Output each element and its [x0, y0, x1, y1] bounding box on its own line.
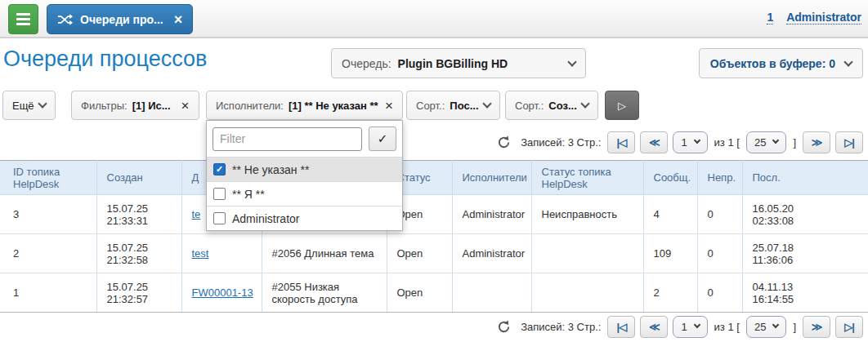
page-size-select[interactable]: 25 [746, 316, 786, 338]
last-page-button[interactable]: ▷| [835, 131, 863, 153]
sort2-value: Соз... [548, 100, 576, 112]
tab-process-queues[interactable]: Очереди про... × [47, 4, 193, 34]
cell-status: Open [387, 273, 452, 313]
filters-clear-icon[interactable]: × [181, 99, 190, 113]
executors-clear-icon[interactable]: × [385, 99, 393, 113]
refresh-button[interactable] [497, 320, 511, 334]
chevron-down-icon [843, 57, 852, 66]
queue-select-label: Очередь: [342, 57, 391, 70]
dropdown-apply-button[interactable]: ✓ [369, 127, 396, 151]
main-menu-button[interactable] [8, 4, 38, 34]
current-user-link[interactable]: Administrator [786, 11, 861, 24]
cell-status: Open [387, 234, 452, 273]
cell-topic: #2055 Низкая скорость доступа [262, 273, 387, 313]
table-header-row: ID топика HelpDesk Создан Д Статус Испол… [0, 161, 868, 195]
contract-link[interactable]: test [192, 247, 209, 260]
dropdown-item-me[interactable]: ** Я ** [207, 181, 402, 206]
table-row[interactable]: 2 15.07.25 21:32:58 test #2056 Длинная т… [0, 234, 868, 273]
table-row[interactable]: 1 15.07.25 21:32:57 FW00001-13 #2055 Низ… [0, 273, 868, 313]
cell-id: 2 [0, 234, 96, 273]
cell-hd-status [531, 234, 643, 273]
refresh-button[interactable] [497, 135, 511, 149]
refresh-icon [497, 135, 511, 149]
buffer-objects-button[interactable]: Объектов в буфере: 0 [699, 48, 863, 78]
executors-chip[interactable]: Исполнители: [1] ** Не указан ** × [206, 91, 403, 120]
sort1-value: Пос... [450, 100, 478, 112]
dropdown-item-label: ** Не указан ** [232, 163, 309, 176]
prev-page-button[interactable]: ≪ [640, 131, 668, 153]
bracket-close: ] [793, 321, 796, 333]
chevron-down-icon [693, 322, 700, 328]
page-size-value: 25 [754, 321, 766, 333]
tab-label: Очереди про... [80, 13, 163, 26]
col-header-messages: Сообщ. [643, 161, 697, 195]
cell-created: 15.07.25 21:32:57 [96, 273, 181, 313]
chevron-down-icon [567, 57, 576, 66]
dropdown-filter-row: ✓ [207, 121, 402, 157]
chevron-down-icon [693, 137, 700, 144]
sort2-label: Сорт.: [515, 100, 544, 112]
tab-bar: Очереди про... × 1 Administrator [0, 0, 868, 38]
page-number-select[interactable]: 1 [673, 316, 707, 338]
page-of-label: из 1 [ [714, 321, 740, 333]
cell-messages: 109 [643, 234, 697, 273]
last-page-button[interactable]: ▷| [835, 316, 863, 338]
dropdown-filter-input[interactable] [213, 127, 362, 151]
cell-unread: 0 [697, 273, 742, 313]
pagination-top: Записей: 3 Стр.: |◁ ≪ 1 из 1 [ 25 ] ≫ ▷| [497, 130, 863, 154]
table-row[interactable]: 3 15.07.25 21:33:31 te Open Administrato… [0, 195, 868, 234]
sort-select-2[interactable]: Сорт.: Соз... [505, 91, 598, 120]
checkbox-unchecked-icon[interactable] [213, 188, 226, 200]
executors-chip-label: Исполнители: [216, 100, 284, 112]
checkbox-checked-icon[interactable]: ✓ [213, 163, 226, 175]
col-header-executors: Исполнители [452, 161, 531, 195]
play-icon: ▷ [618, 100, 626, 112]
cell-last: 04.11.13 16:14:55 [742, 273, 868, 313]
col-header-unread: Непр. [697, 161, 742, 195]
cell-hd-status [531, 273, 643, 313]
page-number-value: 1 [681, 136, 687, 149]
page-size-select[interactable]: 25 [746, 131, 786, 153]
sort-select-1[interactable]: Сорт.: Пос... [406, 91, 500, 120]
contract-link[interactable]: te [192, 208, 201, 220]
session-count-link[interactable]: 1 [767, 11, 773, 24]
cell-created: 15.07.25 21:32:58 [96, 234, 181, 273]
run-query-button[interactable]: ▷ [605, 91, 639, 120]
queue-select[interactable]: Очередь: Plugin BGBilling HD [331, 48, 586, 78]
page-title: Очереди процессов [3, 47, 207, 72]
app-root: Очереди про... × 1 Administrator Очереди… [0, 0, 868, 342]
first-page-button[interactable]: |◁ [607, 316, 635, 338]
page-number-value: 1 [681, 321, 687, 333]
checkbox-unchecked-icon[interactable] [213, 212, 226, 224]
buffer-objects-label: Объектов в буфере: 0 [710, 57, 835, 70]
filters-chip[interactable]: Фильтры: [1] Ис... × [71, 91, 199, 120]
cell-contract: FW00001-13 [181, 273, 262, 313]
chevron-down-icon [772, 322, 779, 328]
cell-executors: Administrator [452, 195, 531, 234]
cell-topic: #2056 Длинная тема [262, 234, 387, 273]
dropdown-item-administrator[interactable]: Administrator [207, 206, 402, 230]
next-page-button[interactable]: ≫ [803, 316, 830, 338]
chevron-down-icon [772, 137, 779, 144]
col-header-id: ID топика HelpDesk [0, 161, 96, 195]
tab-close-icon[interactable]: × [174, 12, 183, 27]
dropdown-item-label: Administrator [232, 212, 299, 225]
records-count-label: Записей: 3 Стр.: [521, 136, 601, 149]
more-button[interactable]: Ещё [2, 91, 56, 120]
page-number-select[interactable]: 1 [673, 131, 707, 153]
prev-page-button[interactable]: ≪ [640, 316, 668, 338]
check-icon: ✓ [378, 131, 388, 146]
dropdown-item-not-specified[interactable]: ✓ ** Не указан ** [207, 157, 402, 181]
first-page-button[interactable]: |◁ [607, 131, 635, 153]
cell-id: 1 [0, 273, 96, 313]
executors-chip-value: [1] ** Не указан ** [289, 100, 378, 112]
chevron-down-icon [580, 99, 589, 108]
next-page-button[interactable]: ≫ [803, 131, 830, 153]
refresh-icon [497, 320, 511, 334]
cell-last: 25.07.18 11:36:06 [742, 234, 868, 273]
col-header-created: Создан [96, 161, 181, 195]
sort1-label: Сорт.: [416, 100, 445, 112]
cell-id: 3 [0, 195, 96, 234]
records-count-label: Записей: 3 Стр.: [521, 321, 601, 333]
contract-link[interactable]: FW00001-13 [192, 286, 253, 299]
